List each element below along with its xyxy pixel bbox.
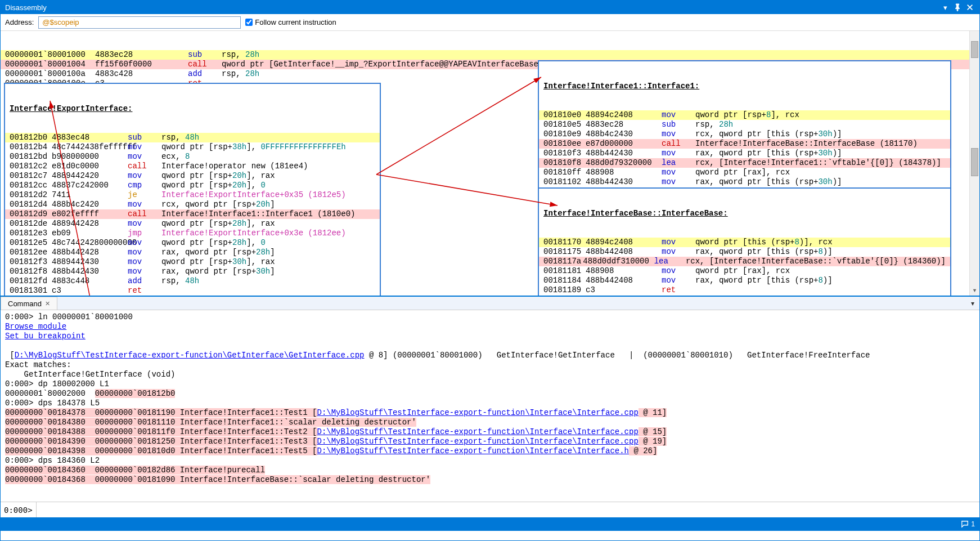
scroll-thumb[interactable] [971, 41, 978, 58]
address-label: Address: [5, 18, 34, 26]
disasm-row[interactable]: 001812de4889442428movqword ptr [rsp+28h]… [5, 219, 380, 229]
disasm-row[interactable]: 00181175488b442408movrax, qword ptr [thi… [539, 247, 950, 257]
disasm-row[interactable]: 001810e048894c2408movqword ptr [rsp+8], … [539, 110, 950, 120]
disasm-row[interactable]: 001810f8488d0d79320000learcx, [Interface… [539, 158, 950, 168]
command-line: Exact matches: [5, 360, 975, 370]
disasm-row[interactable]: 001812c2e81d0c0000callInterface!operator… [5, 162, 380, 171]
command-tabbar: Command ✕ ▾ [1, 297, 979, 310]
command-line [5, 341, 975, 351]
link[interactable]: D:\MyBlogStuff\TestInterface-export-func… [15, 351, 365, 360]
scroll-handle[interactable] [971, 148, 978, 176]
command-line: 00000001`80002000 00000000`001812b0 [5, 389, 975, 399]
command-line: 00000000`00184368 00000000`00181090 Inte… [5, 475, 975, 485]
disasm-row[interactable]: 001812b448c7442438feffffffmovqword ptr [… [5, 142, 380, 152]
disasm-row[interactable]: 00181181488908movqword ptr [rax], rcx [539, 266, 950, 276]
scroll-down-icon[interactable]: ▾ [970, 285, 979, 296]
disasm-row[interactable]: 00000001`800010004883ec28subrsp, 28h [1, 50, 979, 60]
link[interactable]: D:\MyBlogStuff\TestInterface-export-func… [317, 437, 639, 446]
function-header: Interface!ExportInterface: [5, 104, 380, 114]
disasm-row[interactable]: 001810e54883ec28subrsp, 28h [539, 120, 950, 129]
follow-label: Follow current instruction [255, 18, 336, 26]
address-input[interactable] [38, 16, 241, 29]
follow-checkbox[interactable] [245, 19, 253, 26]
command-line: 00000000`00184390 00000000`00181250 Inte… [5, 437, 975, 446]
title-bar: Disassembly ▾ [1, 1, 979, 14]
command-input[interactable] [37, 502, 979, 517]
window-dropdown-icon[interactable]: ▾ [940, 2, 950, 12]
disasm-row[interactable]: 0018117a488d0ddf310000learcx, [Interface… [539, 257, 950, 266]
disasm-row[interactable]: 001812bdb908000000movecx, 8 [5, 152, 380, 162]
status-bar: 1 [1, 517, 979, 531]
disasm-row[interactable]: 001812d9e802feffffcallInterface!Interfac… [5, 209, 380, 219]
address-toolbar: Address: Follow current instruction [1, 14, 979, 31]
disasm-row[interactable]: 001812e3eb09jmpInterface!ExportInterface… [5, 229, 380, 238]
disasm-row[interactable]: 001812ee488b442428movrax, qword ptr [rsp… [5, 248, 380, 257]
link[interactable]: Set bu breakpoint [5, 332, 86, 341]
status-messages[interactable]: 1 [961, 520, 975, 528]
disasm-row[interactable]: 0018117048894c2408movqword ptr [this (rs… [539, 238, 950, 247]
vertical-scrollbar[interactable]: ▴ ▾ [969, 31, 979, 296]
tab-close-icon[interactable]: ✕ [45, 300, 50, 307]
disasm-row[interactable]: 001812c74889442420movqword ptr [rsp+20h]… [5, 171, 380, 181]
disasm-row[interactable]: 001812d27411jeInterface!ExportInterface+… [5, 190, 380, 200]
disasm-row[interactable]: 001812fd4883c448addrsp, 48h [5, 276, 380, 286]
command-line: 00000000`00184380 00000000`00181110 Inte… [5, 418, 975, 427]
disasm-row[interactable]: 00181189c3ret [539, 285, 950, 295]
disassembly-pane: 00000001`800010004883ec28subrsp, 28h0000… [1, 31, 979, 296]
tabbar-dropdown-icon[interactable]: ▾ [968, 299, 977, 308]
disasm-row[interactable]: 001810f3488b442430movrax, qword ptr [thi… [539, 149, 950, 158]
tab-command[interactable]: Command ✕ [1, 297, 57, 310]
command-line: 00000000`00184360 00000000`00182d86 Inte… [5, 466, 975, 475]
command-pane: Command ✕ ▾ 0:000> ln 00000001`80001000B… [1, 296, 979, 517]
command-line: 0:000> dps 184360 L2 [5, 456, 975, 466]
link[interactable]: D:\MyBlogStuff\TestInterface-export-func… [317, 446, 630, 455]
command-line: 0:000> ln 00000001`80001000 [5, 312, 975, 322]
function-header: Interface!Interface1::Interface1: [539, 82, 950, 91]
link[interactable]: D:\MyBlogStuff\TestInterface-export-func… [317, 427, 639, 436]
svg-line-2 [376, 175, 558, 205]
command-line: 00000000`00184398 00000000`001810d0 Inte… [5, 446, 975, 456]
window-pin-icon[interactable] [952, 2, 963, 12]
disasm-row[interactable]: 001812f34889442430movqword ptr [rsp+30h]… [5, 257, 380, 267]
status-count: 1 [971, 520, 975, 528]
function-header: Interface!InterfaceBase::InterfaceBase: [539, 209, 950, 218]
disasm-row[interactable]: 001810ff488908movqword ptr [rax], rcx [539, 168, 950, 177]
window-close-icon[interactable] [965, 2, 975, 12]
disasm-row[interactable]: 001812cc48837c242000cmpqword ptr [rsp+20… [5, 181, 380, 190]
command-line: 00000000`00184388 00000000`001811f0 Inte… [5, 427, 975, 437]
command-input-bar: 0:000> [1, 502, 979, 517]
command-line: 0:000> dps 184378 L5 [5, 399, 975, 408]
chat-icon [961, 520, 969, 528]
command-line: Browse module [5, 322, 975, 332]
disasm-row[interactable]: 001810eee87d000000callInterface!Interfac… [539, 139, 950, 149]
disasm-row[interactable]: 001812e548c744242800000000movqword ptr [… [5, 238, 380, 248]
link[interactable]: D:\MyBlogStuff\TestInterface-export-func… [317, 408, 639, 417]
command-line: GetInterface!GetInterface (void) [5, 370, 975, 379]
command-line: Set bu breakpoint [5, 332, 975, 341]
window-title: Disassembly [5, 3, 47, 12]
disasm-box-exportinterface: Interface!ExportInterface: 001812b04883e… [4, 83, 381, 296]
disasm-row[interactable]: 001810e9488b4c2430movrcx, qword ptr [thi… [539, 129, 950, 139]
disasm-row[interactable]: 0018118accint 3 [539, 295, 950, 296]
command-line: [D:\MyBlogStuff\TestInterface-export-fun… [5, 351, 975, 360]
disasm-box-interfacebase: Interface!InterfaceBase::InterfaceBase: … [538, 187, 951, 296]
disasm-row[interactable]: 00181102488b442430movrax, qword ptr [thi… [539, 177, 950, 187]
disasm-row[interactable]: 001812b04883ec48subrsp, 48h [5, 133, 380, 142]
disasm-row[interactable]: 00181301c3ret [5, 286, 380, 296]
disasm-row[interactable]: 001812d4488b4c2420movrcx, qword ptr [rsp… [5, 200, 380, 209]
tab-label: Command [8, 299, 42, 308]
command-line: 00000000`00184378 00000000`00181190 Inte… [5, 408, 975, 418]
command-line: 0:000> dp 180002000 L1 [5, 379, 975, 389]
command-prompt: 0:000> [1, 502, 37, 517]
link[interactable]: Browse module [5, 322, 66, 331]
command-output[interactable]: 0:000> ln 00000001`80001000Browse module… [1, 310, 979, 502]
disasm-row[interactable]: 00181184488b442408movrax, qword ptr [thi… [539, 276, 950, 285]
disasm-row[interactable]: 001812f8488b442430movrax, qword ptr [rsp… [5, 267, 380, 276]
